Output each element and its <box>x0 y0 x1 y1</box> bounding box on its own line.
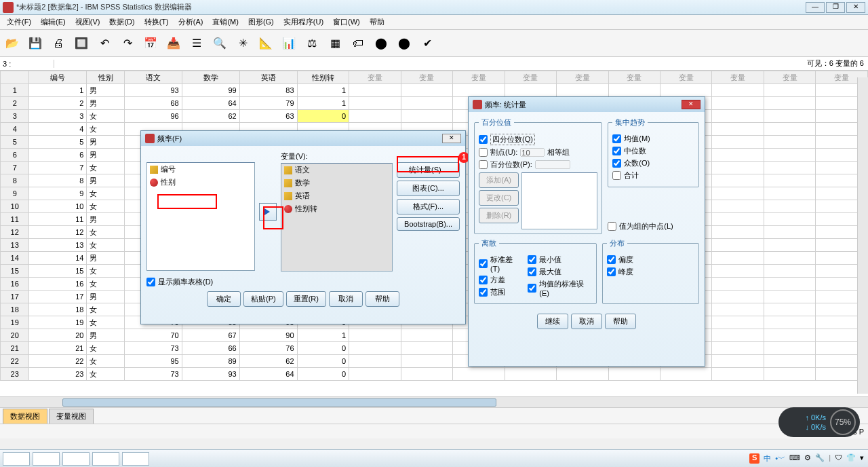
split-icon[interactable]: 📐 <box>256 34 275 53</box>
help-button[interactable]: 帮助 <box>366 291 399 307</box>
cell[interactable]: 96 <box>124 110 182 123</box>
cell-reference[interactable]: 3 : <box>0 60 54 68</box>
recall-icon[interactable]: 🔲 <box>72 34 91 53</box>
cell[interactable]: 1 <box>297 97 349 110</box>
tray-icon[interactable]: 👕 <box>846 453 856 464</box>
cell[interactable]: 女 <box>87 200 124 213</box>
row-header[interactable]: 9 <box>1 187 29 200</box>
cell[interactable]: 16 <box>29 278 87 291</box>
cell[interactable]: 女 <box>87 303 124 316</box>
paste-button[interactable]: 粘贴(P) <box>243 291 283 307</box>
cell[interactable]: 15 <box>29 265 87 278</box>
list-item[interactable]: 数学 <box>281 176 392 189</box>
cell[interactable]: 62 <box>182 110 239 123</box>
cell[interactable]: 83 <box>239 84 297 97</box>
sogou-ime-icon[interactable]: S <box>749 453 760 464</box>
cell[interactable]: 64 <box>182 97 239 110</box>
max-checkbox[interactable]: 最大值 <box>528 267 592 277</box>
show-freq-table-checkbox[interactable]: 显示频率表格(D) <box>146 277 460 287</box>
cell[interactable]: 1 <box>297 84 349 97</box>
help-button[interactable]: 帮助 <box>605 314 636 329</box>
cell[interactable]: 女 <box>87 239 124 252</box>
quartiles-checkbox[interactable]: 四分位数(Q) <box>479 134 597 145</box>
row-header[interactable]: 5 <box>1 136 29 149</box>
kurtosis-checkbox[interactable]: 峰度 <box>607 267 694 277</box>
source-variables-list[interactable]: 编号 性别 <box>146 162 255 271</box>
median-checkbox[interactable]: 中位数 <box>612 146 694 156</box>
cell[interactable]: 66 <box>182 342 239 355</box>
ime-lang-icon[interactable]: 中 <box>764 453 771 464</box>
cell[interactable]: 6 <box>29 149 87 162</box>
cell[interactable]: 女 <box>87 162 124 174</box>
tray-chevron-icon[interactable]: ▾ <box>860 453 864 464</box>
cell[interactable]: 76 <box>239 342 297 355</box>
cell[interactable]: 21 <box>29 342 87 355</box>
col-header-empty[interactable]: 变量 <box>608 71 660 84</box>
cutpoints-input[interactable] <box>520 148 545 157</box>
skewness-checkbox[interactable]: 偏度 <box>607 255 694 265</box>
cell[interactable]: 男 <box>87 97 124 110</box>
menu-utilities[interactable]: 实用程序(U) <box>279 16 328 29</box>
cell[interactable]: 11 <box>29 213 87 226</box>
cell[interactable]: 0 <box>297 355 349 368</box>
col-header-empty[interactable]: 变量 <box>453 71 505 84</box>
tray-icon[interactable]: 🛡 <box>835 453 842 464</box>
cell[interactable]: 2 <box>29 97 87 110</box>
row-header[interactable]: 6 <box>1 149 29 162</box>
remove-button[interactable]: 删除(R) <box>479 208 519 223</box>
save-icon[interactable]: 💾 <box>26 34 45 53</box>
use-sets-icon[interactable]: 🏷 <box>349 34 368 53</box>
format-button[interactable]: 格式(F)... <box>397 199 460 214</box>
tray-tool-icon[interactable]: 🔧 <box>815 453 825 464</box>
col-header[interactable]: 英语 <box>239 71 297 84</box>
col-header-empty[interactable]: 变量 <box>349 71 401 84</box>
table-row[interactable]: 21 21 女 73 66 76 0 <box>1 342 868 355</box>
taskbar[interactable]: S 中 •﹀ ⌨ ⚙ 🔧 | 🛡 👕 ▾ <box>0 449 868 467</box>
reset-button[interactable]: 重置(R) <box>286 291 326 307</box>
menu-data[interactable]: 数据(D) <box>105 16 138 29</box>
row-header[interactable]: 17 <box>1 291 29 303</box>
statistics-button[interactable]: 统计量(S)... <box>397 162 460 178</box>
menu-directmarketing[interactable]: 直销(M) <box>208 16 243 29</box>
statistics-dialog[interactable]: 频率: 统计量 ✕ 百分位值 四分位数(Q) 割点(U): 相等组 百分位数(P… <box>468 96 705 367</box>
cell[interactable]: 5 <box>29 136 87 149</box>
cell[interactable]: 13 <box>29 239 87 252</box>
goto-var-icon[interactable]: 📥 <box>164 34 183 53</box>
percentile-list[interactable] <box>521 172 597 229</box>
sets-icon[interactable]: ⬤ <box>372 34 391 53</box>
row-header[interactable]: 23 <box>1 368 29 381</box>
cell[interactable]: 男 <box>87 174 124 187</box>
continue-button[interactable]: 继续 <box>537 314 568 329</box>
mean-checkbox[interactable]: 均值(M) <box>612 134 694 144</box>
row-header[interactable]: 4 <box>1 123 29 136</box>
change-button[interactable]: 更改(C) <box>479 190 519 206</box>
se-checkbox[interactable]: 均值的标准误(E) <box>528 279 592 297</box>
tray-keyboard-icon[interactable]: ⌨ <box>789 453 800 464</box>
table-row[interactable]: 22 22 女 95 89 62 0 <box>1 355 868 368</box>
close-button[interactable]: ✕ <box>846 2 865 13</box>
customize-icon[interactable]: ⬤ <box>395 34 414 53</box>
std-checkbox[interactable]: 标准差(T) <box>479 255 521 273</box>
open-icon[interactable]: 📂 <box>3 34 22 53</box>
col-header-empty[interactable]: 变量 <box>557 71 608 84</box>
cell[interactable]: 男 <box>87 291 124 303</box>
network-speed-widget[interactable]: ↑ 0K/s ↓ 0K/s 75% <box>778 407 860 437</box>
range-checkbox[interactable]: 范围 <box>479 287 521 297</box>
table-row[interactable]: 1 1 男 93 99 83 1 <box>1 84 868 97</box>
row-header[interactable]: 18 <box>1 303 29 316</box>
col-header-empty[interactable]: 变量 <box>660 71 711 84</box>
row-header[interactable]: 22 <box>1 355 29 368</box>
cell[interactable]: 10 <box>29 200 87 213</box>
mode-checkbox[interactable]: 众数(O) <box>612 158 694 168</box>
cell[interactable]: 8 <box>29 174 87 187</box>
dialog-close-button[interactable]: ✕ <box>682 100 701 109</box>
cell[interactable]: 1 <box>29 84 87 97</box>
select-icon[interactable]: ⚖ <box>302 34 321 53</box>
row-header[interactable]: 20 <box>1 329 29 342</box>
cell[interactable]: 男 <box>87 84 124 97</box>
col-header[interactable]: 性别转 <box>297 71 349 84</box>
cell[interactable]: 男 <box>87 213 124 226</box>
group-midpoint-checkbox[interactable]: 值为组的中点(L) <box>608 221 699 231</box>
redo-icon[interactable]: ↷ <box>118 34 137 53</box>
cell[interactable]: 70 <box>124 329 182 342</box>
